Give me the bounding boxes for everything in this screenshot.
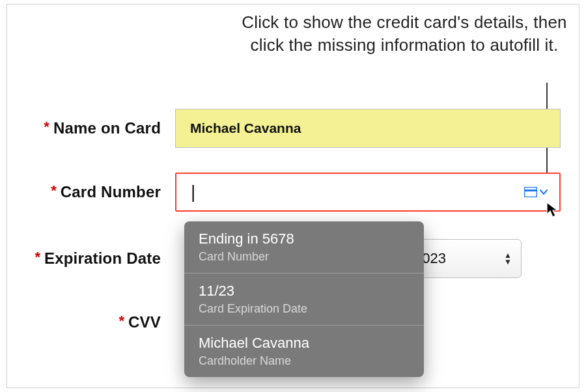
label-expiration-date: * Expiration Date <box>7 249 167 268</box>
label-cvv: * CVV <box>7 313 167 331</box>
svg-rect-0 <box>525 188 537 197</box>
svg-rect-1 <box>524 189 537 191</box>
autofill-item-main: 11/23 <box>199 283 410 300</box>
autofill-dropdown: Ending in 5678 Card Number 11/23 Card Ex… <box>184 221 424 377</box>
autofill-item-main: Ending in 5678 <box>199 231 410 247</box>
required-mark: * <box>119 314 124 328</box>
card-number-input[interactable]: | <box>175 173 561 212</box>
autofill-item-main: Michael Cavanna <box>199 335 410 352</box>
name-on-card-input[interactable]: Michael Cavanna <box>175 109 561 148</box>
name-on-card-value: Michael Cavanna <box>190 120 301 136</box>
row-card-number: * Card Number | <box>7 173 567 212</box>
required-mark: * <box>35 250 40 264</box>
label-name-on-card: * Name on Card <box>7 119 167 137</box>
updown-stepper-icon: ▲▼ <box>504 253 512 265</box>
text-caret: | <box>191 182 195 203</box>
form-panel: Click to show the credit card's details,… <box>7 4 579 388</box>
label-text-expiration-date: Expiration Date <box>44 249 161 268</box>
autofill-item-card-number[interactable]: Ending in 5678 Card Number <box>184 221 424 273</box>
autofill-item-sub: Card Number <box>199 250 410 264</box>
row-name-on-card: * Name on Card Michael Cavanna <box>7 109 567 148</box>
label-text-cvv: CVV <box>128 313 161 331</box>
autofill-item-sub: Card Expiration Date <box>199 302 410 316</box>
required-mark: * <box>44 120 49 134</box>
label-card-number: * Card Number <box>7 183 167 201</box>
chevron-down-icon <box>540 186 548 198</box>
required-mark: * <box>51 184 57 198</box>
autofill-trigger[interactable] <box>524 186 548 198</box>
callout-text: Click to show the credit card's details,… <box>229 11 580 57</box>
label-text-card-number: Card Number <box>61 183 161 201</box>
autofill-item-cardholder[interactable]: Michael Cavanna Cardholder Name <box>184 326 424 377</box>
autofill-item-expiration[interactable]: 11/23 Card Expiration Date <box>184 273 424 326</box>
credit-card-icon <box>524 187 537 197</box>
label-text-name-on-card: Name on Card <box>53 119 161 137</box>
autofill-item-sub: Cardholder Name <box>199 354 410 368</box>
